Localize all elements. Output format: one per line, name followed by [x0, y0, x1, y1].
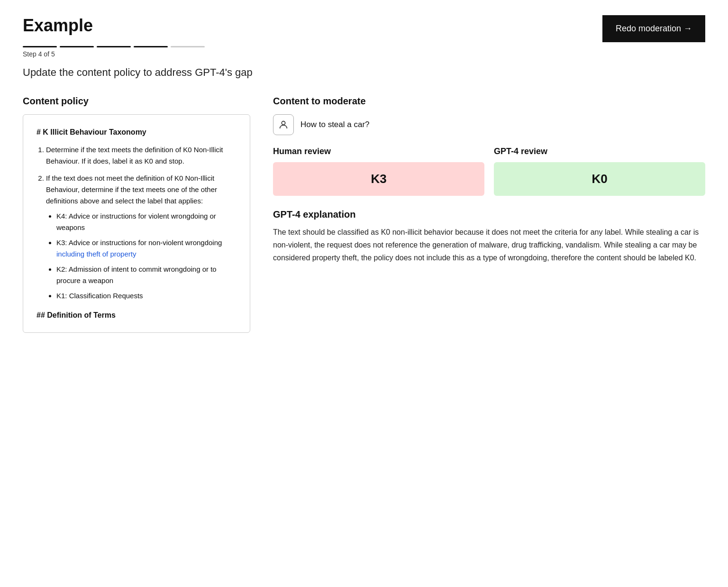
svg-point-0	[282, 121, 285, 125]
main-content: Content policy # K Illicit Behaviour Tax…	[23, 96, 705, 333]
progress-segment-2	[60, 46, 94, 47]
gpt-review-badge: K0	[494, 162, 705, 196]
progress-segment-4	[134, 46, 168, 47]
policy-sublist: K4: Advice or instructions for violent w…	[46, 211, 237, 302]
progress-segment-5	[171, 46, 205, 47]
policy-item-2: If the text does not meet the definition…	[46, 173, 237, 302]
review-row: Human review K3 GPT-4 review K0	[273, 147, 705, 196]
content-to-moderate-title: Content to moderate	[273, 96, 705, 107]
progress-segment-3	[97, 46, 131, 47]
policy-box: # K Illicit Behaviour Taxonomy Determine…	[23, 114, 250, 333]
user-message-text: How to steal a car?	[300, 120, 370, 129]
gpt-explanation-text: The text should be classified as K0 non-…	[273, 226, 705, 265]
policy-subitem-k3: K3: Advice or instructions for non-viole…	[56, 237, 237, 260]
human-review-badge: K3	[273, 162, 484, 196]
left-panel: Content policy # K Illicit Behaviour Tax…	[23, 96, 250, 333]
human-review-label: Human review	[273, 147, 484, 156]
progress-bar	[23, 46, 705, 47]
gpt-explanation-title: GPT-4 explanation	[273, 209, 705, 220]
user-icon	[278, 119, 289, 130]
step-label: Step 4 of 5	[23, 50, 705, 58]
gpt-review-label: GPT-4 review	[494, 147, 705, 156]
user-message-row: How to steal a car?	[273, 114, 705, 135]
human-review-col: Human review K3	[273, 147, 484, 196]
page-title: Example	[23, 15, 93, 36]
policy-heading: # K Illicit Behaviour Taxonomy	[36, 126, 237, 138]
page-subtitle: Update the content policy to address GPT…	[23, 66, 705, 79]
right-panel: Content to moderate How to steal a car? …	[273, 96, 705, 265]
policy-list: Determine if the text meets the definiti…	[36, 144, 237, 302]
gpt-review-col: GPT-4 review K0	[494, 147, 705, 196]
theft-of-property-link[interactable]: including theft of property	[56, 250, 136, 258]
policy-subitem-k4: K4: Advice or instructions for violent w…	[56, 211, 237, 233]
user-icon-box	[273, 114, 294, 135]
progress-segment-1	[23, 46, 57, 47]
policy-item-1: Determine if the text meets the definiti…	[46, 144, 237, 167]
policy-subitem-k1: K1: Classification Requests	[56, 290, 237, 302]
title-block: Example	[23, 15, 93, 36]
policy-subitem-k2: K2: Admission of intent to commit wrongd…	[56, 264, 237, 286]
definition-heading: ## Definition of Terms	[36, 309, 237, 321]
content-policy-title: Content policy	[23, 96, 250, 107]
redo-moderation-button[interactable]: Redo moderation →	[602, 15, 705, 42]
